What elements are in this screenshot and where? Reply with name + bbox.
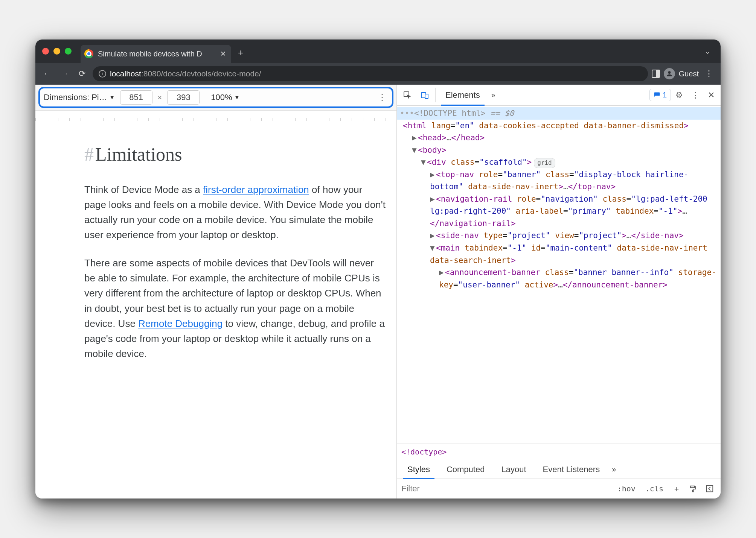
forward-button[interactable]: →	[58, 67, 72, 81]
close-window-button[interactable]	[42, 48, 49, 55]
titlebar: Simulate mobile devices with D ✕ + ⌄	[35, 40, 721, 63]
dom-row-doctype[interactable]: •••<!DOCTYPE html> == $0	[397, 107, 721, 120]
paint-button[interactable]	[686, 485, 700, 493]
device-width-input[interactable]	[120, 90, 152, 105]
cls-button[interactable]: .cls	[642, 484, 667, 493]
device-ruler	[35, 111, 396, 121]
dimensions-dropdown[interactable]: Dimensions: Pi… ▼	[44, 93, 115, 102]
styles-tabbar: Styles Computed Layout Event Listeners »	[397, 460, 721, 479]
devtools-pane: Elements » 1 ⚙ ⋮ ✕ •••<!DOCTYPE html> ==…	[397, 85, 721, 498]
device-toolbar-wrap: Dimensions: Pi… ▼ × 100% ▼ ⋮	[35, 85, 396, 111]
url-toolbar: ← → ⟳ i localhost:8080/docs/devtools/dev…	[35, 63, 721, 85]
paragraph: There are some aspects of mobile devices…	[84, 255, 386, 362]
device-toolbar: Dimensions: Pi… ▼ × 100% ▼ ⋮	[38, 87, 393, 108]
dom-row[interactable]: ▼<div class="scaffold">grid	[397, 156, 721, 169]
device-height-input[interactable]	[167, 90, 200, 105]
url-text: localhost:8080/docs/devtools/device-mode…	[110, 69, 261, 78]
devtools-menu-button[interactable]: ⋮	[687, 90, 703, 100]
first-order-approximation-link[interactable]: first-order approximation	[203, 184, 309, 195]
dom-row[interactable]: ▶<navigation-rail role="navigation" clas…	[397, 193, 721, 230]
dom-row[interactable]: <html lang="en" data-cookies-accepted da…	[397, 120, 721, 132]
zoom-dropdown[interactable]: 100% ▼	[211, 93, 239, 102]
new-tab-button[interactable]: +	[238, 47, 244, 59]
toggle-rendering-button[interactable]	[703, 485, 717, 493]
address-bar[interactable]: i localhost:8080/docs/devtools/device-mo…	[93, 66, 648, 81]
page-heading: #Limitations	[84, 140, 386, 169]
subtabs-overflow-button[interactable]: »	[608, 460, 620, 479]
dom-row[interactable]: ▶<announcement-banner class="banner bann…	[397, 266, 721, 291]
browser-tab[interactable]: Simulate mobile devices with D ✕	[81, 45, 231, 63]
back-button[interactable]: ←	[41, 67, 54, 81]
profile-label: Guest	[679, 70, 699, 78]
browser-menu-button[interactable]: ⋮	[703, 69, 715, 79]
remote-debugging-link[interactable]: Remote Debugging	[138, 318, 223, 329]
paragraph: Think of Device Mode as a first-order ap…	[84, 182, 386, 243]
site-info-icon[interactable]: i	[99, 70, 106, 78]
dom-tree[interactable]: •••<!DOCTYPE html> == $0 <html lang="en"…	[397, 106, 721, 444]
minimize-window-button[interactable]	[53, 48, 60, 55]
tab-styles[interactable]: Styles	[399, 460, 438, 479]
tabs-overflow-button[interactable]: ⌄	[704, 47, 711, 56]
toggle-device-toolbar-button[interactable]	[416, 91, 433, 100]
tab-elements[interactable]: Elements	[438, 85, 488, 105]
dom-row[interactable]: ▶<side-nav type="project" view="project"…	[397, 229, 721, 242]
caret-down-icon: ▼	[235, 94, 240, 100]
dom-row[interactable]: ▶<head>…</head>	[397, 132, 721, 144]
avatar-icon	[664, 68, 675, 79]
dom-row[interactable]: ▼<main tabindex="-1" id="main-content" d…	[397, 242, 721, 266]
styles-toolbar: :hov .cls ＋	[397, 479, 721, 498]
reload-button[interactable]: ⟳	[75, 67, 89, 81]
tab-title: Simulate mobile devices with D	[98, 50, 216, 58]
profile-button[interactable]: Guest	[664, 68, 699, 79]
devtools-tabbar: Elements » 1 ⚙ ⋮ ✕	[397, 85, 721, 106]
tab-layout[interactable]: Layout	[493, 460, 534, 479]
device-toolbar-menu[interactable]: ⋮	[376, 92, 388, 103]
chrome-icon	[84, 49, 93, 58]
maximize-window-button[interactable]	[65, 48, 72, 55]
settings-button[interactable]: ⚙	[672, 90, 687, 100]
styles-filter-input[interactable]	[401, 482, 521, 495]
close-tab-button[interactable]: ✕	[220, 50, 226, 58]
window-controls	[42, 48, 72, 55]
dom-breadcrumb[interactable]: <!doctype>	[397, 444, 721, 460]
caret-down-icon: ▼	[110, 94, 115, 100]
issues-button[interactable]: 1	[649, 89, 671, 101]
content-area: Dimensions: Pi… ▼ × 100% ▼ ⋮ #Limitation	[35, 85, 721, 498]
tab-event-listeners[interactable]: Event Listeners	[535, 460, 608, 479]
close-devtools-button[interactable]: ✕	[704, 90, 718, 100]
tab-computed[interactable]: Computed	[438, 460, 493, 479]
svg-rect-2	[425, 94, 428, 99]
hov-button[interactable]: :hov	[614, 484, 639, 493]
multiply-sign: ×	[158, 93, 162, 102]
browser-window: Simulate mobile devices with D ✕ + ⌄ ← →…	[35, 40, 721, 498]
svg-rect-3	[692, 490, 694, 492]
new-style-rule-button[interactable]: ＋	[669, 484, 684, 494]
device-mode-pane: Dimensions: Pi… ▼ × 100% ▼ ⋮ #Limitation	[35, 85, 397, 498]
svg-rect-4	[707, 486, 713, 492]
side-panel-icon[interactable]	[652, 70, 660, 78]
dom-row[interactable]: ▶<top-nav role="banner" class="display-b…	[397, 169, 721, 193]
tabs-overflow-button[interactable]: »	[488, 85, 499, 105]
page-content: #Limitations Think of Device Mode as a f…	[35, 121, 396, 498]
dom-row[interactable]: ▼<body>	[397, 144, 721, 157]
heading-anchor-icon[interactable]: #	[84, 144, 94, 165]
inspect-element-button[interactable]	[399, 91, 416, 100]
grid-badge[interactable]: grid	[534, 158, 555, 168]
